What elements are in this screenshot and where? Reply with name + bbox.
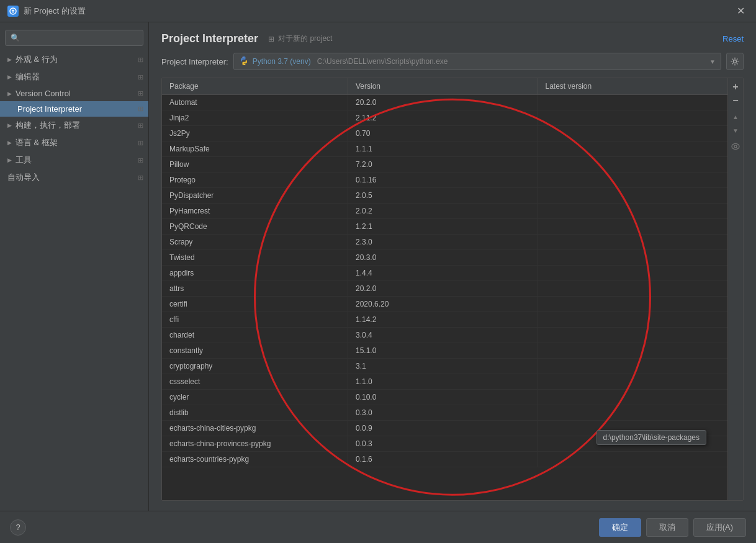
cancel-button[interactable]: 取消 [646, 518, 688, 537]
close-button[interactable]: ✕ [733, 4, 749, 18]
package-version: 7.2.0 [348, 157, 538, 172]
add-package-button[interactable]: + [729, 81, 742, 93]
package-latest [538, 343, 728, 358]
eye-button[interactable] [729, 140, 742, 153]
table-row[interactable]: PyHamcrest 2.0.2 [162, 204, 727, 219]
title-bar: 新 Project 的设置 ✕ [0, 0, 756, 22]
expand-arrow-icon: ▶ [7, 122, 12, 128]
table-row[interactable]: cryptography 3.1 [162, 359, 727, 374]
package-latest [538, 359, 728, 374]
svg-point-3 [245, 64, 245, 65]
search-input[interactable] [24, 34, 138, 42]
package-latest [538, 328, 728, 343]
remove-package-button[interactable]: − [729, 94, 742, 107]
package-name: Scrapy [162, 235, 348, 249]
table-row[interactable]: Jinja2 2.11.2 [162, 110, 727, 126]
package-latest [538, 266, 728, 280]
table-row[interactable]: appdirs 1.4.4 [162, 266, 727, 281]
sidebar-item-label: Project Interpreter [17, 104, 82, 114]
package-version: 1.1.1 [348, 141, 538, 156]
table-row[interactable]: MarkupSafe 1.1.1 [162, 141, 727, 157]
table-row[interactable]: cffi 1.14.2 [162, 312, 727, 328]
sidebar-item-project-interpreter[interactable]: Project Interpreter ⊞ [0, 101, 148, 117]
sidebar-item-label: 工具 [16, 155, 32, 166]
sidebar-item-lang-frameworks[interactable]: ▶ 语言 & 框架 ⊞ [0, 134, 148, 151]
package-latest [538, 188, 728, 203]
main-content: Project Interpreter ⊞ 对于新的 project Reset… [149, 22, 756, 511]
package-name: PyDispatcher [162, 188, 348, 203]
col-header-package[interactable]: Package [162, 78, 348, 94]
copy-icon: ⊞ [138, 122, 143, 130]
table-header: Package Version Latest version [162, 78, 727, 95]
table-row[interactable]: certifi 2020.6.20 [162, 297, 727, 312]
table-row[interactable]: Js2Py 0.70 [162, 126, 727, 141]
svg-point-2 [243, 57, 243, 58]
interpreter-row: Project Interpreter: [161, 53, 744, 70]
package-latest [538, 250, 728, 265]
package-name: cffi [162, 312, 348, 327]
package-name: appdirs [162, 266, 348, 280]
svg-point-5 [732, 144, 739, 150]
package-version: 20.2.0 [348, 95, 538, 110]
table-row[interactable]: PyDispatcher 2.0.5 [162, 188, 727, 204]
sidebar-item-tools[interactable]: ▶ 工具 ⊞ [0, 151, 148, 169]
package-latest [538, 95, 728, 110]
copy-icon: ⊞ [138, 89, 143, 97]
sidebar-item-label: 外观 & 行为 [16, 54, 58, 65]
table-row[interactable]: distlib 0.3.0 [162, 405, 727, 421]
col-header-version[interactable]: Version [348, 78, 538, 94]
interpreter-settings-button[interactable] [726, 53, 744, 70]
copy-icon: ⊞ [138, 56, 143, 64]
package-name: cssselect [162, 374, 348, 389]
sidebar-item-auto-import[interactable]: 自动导入 ⊞ [0, 169, 148, 186]
package-latest [538, 405, 728, 420]
tooltip: d:\python37\lib\site-packages [596, 430, 706, 445]
table-row[interactable]: Scrapy 2.3.0 [162, 235, 727, 250]
table-row[interactable]: chardet 3.0.4 [162, 328, 727, 343]
package-latest [538, 126, 728, 141]
table-row[interactable]: cssselect 1.1.0 [162, 374, 727, 390]
package-version: 0.0.3 [348, 436, 538, 451]
package-version: 1.4.4 [348, 266, 538, 280]
apply-button[interactable]: 应用(A) [693, 518, 746, 537]
sidebar-item-build-exec[interactable]: ▶ 构建，执行，部署 ⊞ [0, 117, 148, 134]
interpreter-select[interactable]: Python 3.7 (venv) C:\Users\DELL\venv\Scr… [233, 53, 721, 70]
for-new-project-link[interactable]: ⊞ 对于新的 project [268, 34, 332, 44]
package-name: Js2Py [162, 126, 348, 141]
table-row[interactable]: Pillow 7.2.0 [162, 157, 727, 173]
col-header-latest[interactable]: Latest version [538, 78, 728, 94]
sidebar-item-appearance[interactable]: ▶ 外观 & 行为 ⊞ [0, 51, 148, 68]
table-row[interactable]: constantly 15.1.0 [162, 343, 727, 359]
package-latest [538, 157, 728, 172]
sidebar-item-label: 自动导入 [7, 172, 40, 183]
help-button[interactable]: ? [10, 519, 26, 536]
package-latest [538, 204, 728, 218]
package-name: Twisted [162, 250, 348, 265]
copy-icon: ⊞ [138, 73, 143, 81]
interpreter-label: Project Interpreter: [161, 57, 228, 66]
table-row[interactable]: cycler 0.10.0 [162, 390, 727, 405]
package-name: cryptography [162, 359, 348, 374]
table-row[interactable]: Protego 0.1.16 [162, 173, 727, 188]
package-version: 20.3.0 [348, 250, 538, 265]
expand-arrow-icon: ▶ [7, 74, 12, 80]
package-name: PyHamcrest [162, 204, 348, 218]
table-row[interactable]: attrs 20.2.0 [162, 281, 727, 297]
table-row[interactable]: Automat 20.2.0 [162, 95, 727, 110]
search-box[interactable]: 🔍 [5, 30, 143, 46]
table-row[interactable]: PyQRCode 1.2.1 [162, 219, 727, 235]
package-version: 2.11.2 [348, 110, 538, 125]
svg-point-4 [734, 60, 737, 63]
scroll-up-button[interactable]: ▲ [729, 110, 742, 123]
package-latest [538, 297, 728, 312]
package-version: 2.0.2 [348, 204, 538, 218]
scroll-down-button[interactable]: ▼ [729, 124, 742, 137]
reset-button[interactable]: Reset [722, 34, 744, 43]
sidebar-item-editor[interactable]: ▶ 编辑器 ⊞ [0, 68, 148, 86]
package-version: 0.1.6 [348, 452, 538, 467]
confirm-button[interactable]: 确定 [599, 518, 641, 537]
table-row[interactable]: Twisted 20.3.0 [162, 250, 727, 266]
package-latest [538, 110, 728, 125]
sidebar-item-version-control[interactable]: ▶ Version Control ⊞ [0, 86, 148, 101]
table-row[interactable]: echarts-countries-pypkg 0.1.6 [162, 452, 727, 467]
